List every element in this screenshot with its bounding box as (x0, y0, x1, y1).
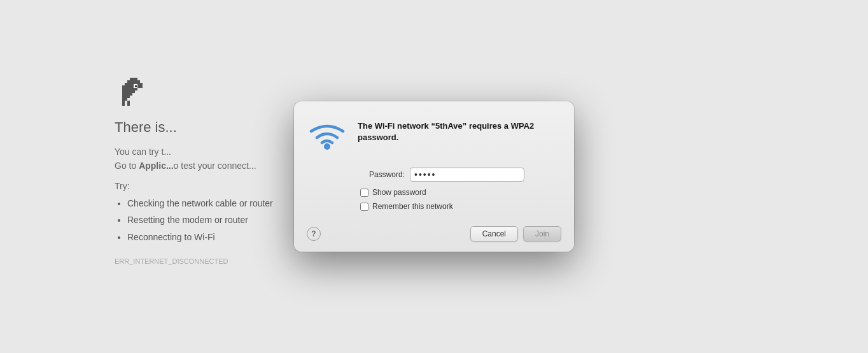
help-icon: ? (311, 229, 316, 238)
show-password-checkbox[interactable] (360, 189, 368, 197)
modal-overlay: The Wi-Fi network “5thAve” requires a WP… (0, 0, 868, 353)
wifi-password-dialog: The Wi-Fi network “5thAve” requires a WP… (294, 101, 574, 252)
svg-point-15 (324, 143, 330, 150)
password-input[interactable] (410, 168, 524, 182)
wifi-icon (308, 120, 346, 154)
dialog-header: The Wi-Fi network “5thAve” requires a WP… (294, 101, 574, 168)
password-row: Password: (360, 168, 559, 182)
wifi-icon-wrap (307, 117, 347, 157)
dialog-footer: ? Cancel Join (294, 219, 574, 252)
remember-network-row: Remember this network (360, 202, 559, 211)
cancel-button[interactable]: Cancel (470, 226, 518, 241)
show-password-row: Show password (360, 188, 559, 197)
dialog-body: Password: Show password Remember this ne… (294, 168, 574, 219)
join-button[interactable]: Join (523, 226, 561, 241)
footer-buttons: Cancel Join (470, 226, 561, 241)
password-label: Password: (360, 170, 405, 179)
show-password-label[interactable]: Show password (372, 188, 426, 197)
remember-network-checkbox[interactable] (360, 203, 368, 211)
remember-network-label[interactable]: Remember this network (372, 202, 453, 211)
help-button[interactable]: ? (307, 227, 321, 241)
dialog-title: The Wi-Fi network “5thAve” requires a WP… (358, 117, 559, 143)
